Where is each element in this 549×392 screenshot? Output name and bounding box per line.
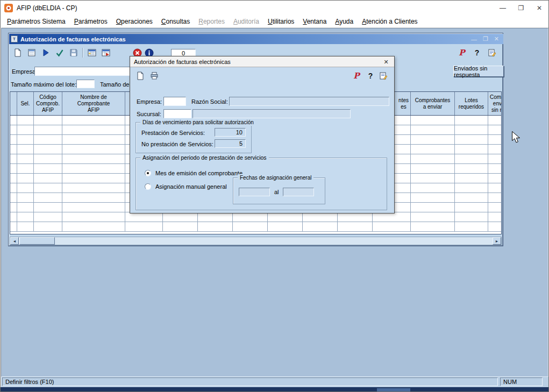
table-cell [125, 212, 163, 222]
no-prestacion-field[interactable]: 5 [215, 139, 246, 148]
grid-column-header[interactable]: CódigoComprob.AFIP [34, 92, 62, 115]
minimize-icon[interactable]: — [494, 1, 512, 16]
child-window-title: Autorización de facturas electrónicas [20, 36, 126, 42]
menu-item-parametros-sistema[interactable]: Parámetros Sistema [3, 16, 70, 27]
tamano-lote-field[interactable] [76, 80, 95, 88]
table-cell [338, 212, 373, 222]
lots-grid-icon[interactable] [86, 47, 98, 59]
vencimiento-group: Días de vencimiento para solicitar autor… [136, 122, 252, 153]
prestacion-field[interactable]: 10 [215, 128, 246, 137]
dialog-empresa-label: Empresa: [137, 98, 162, 105]
table-cell [233, 212, 268, 222]
table-cell [233, 222, 268, 232]
help-icon[interactable]: ? [471, 47, 483, 59]
confirm-check-icon[interactable] [54, 47, 66, 59]
table-cell [62, 203, 125, 212]
num-lock-indicator: NUM [500, 377, 543, 386]
grid-column-header[interactable] [10, 92, 17, 115]
table-cell [10, 164, 17, 174]
window-controls: — ❐ ✕ [494, 1, 548, 16]
table-cell [34, 212, 62, 222]
save-icon[interactable] [68, 47, 80, 59]
scroll-left-icon[interactable]: ◄ [10, 237, 19, 245]
horizontal-scrollbar[interactable]: ◄ ► [10, 237, 502, 245]
table-cell [411, 174, 455, 183]
child-close-icon[interactable]: ✕ [494, 35, 499, 42]
scrollbar-thumb[interactable] [19, 237, 55, 245]
table-cell [411, 125, 455, 135]
scroll-right-icon[interactable]: ► [493, 237, 501, 245]
edit-list-icon[interactable] [486, 47, 498, 59]
menu-item-ventana[interactable]: Ventana [298, 16, 331, 27]
table-cell [268, 222, 303, 232]
radio-mes-label[interactable]: Mes de emisión del comprobante [155, 170, 243, 176]
menu-item-utilitarios[interactable]: Utilitarios [263, 16, 298, 27]
grid-column-header[interactable]: Comprobantesa enviar [411, 92, 455, 115]
maximize-icon[interactable]: ❐ [512, 1, 530, 16]
table-cell [411, 222, 455, 232]
menu-item-consultas[interactable]: Consultas [157, 16, 194, 27]
table-cell [34, 154, 62, 164]
menu-item-parametros[interactable]: Parámetros [70, 16, 112, 27]
empresa-field[interactable] [34, 67, 130, 76]
table-cell [10, 193, 17, 203]
table-cell [455, 154, 488, 164]
radio-manual-label[interactable]: Asignación manual general [155, 183, 227, 190]
table-cell [411, 116, 455, 125]
send-lots-grid-icon[interactable] [100, 47, 112, 59]
table-cell [125, 222, 163, 232]
dialog-script-p-icon[interactable]: P [351, 70, 362, 82]
menu-item-atencion-a-clientes[interactable]: Atención a Clientes [358, 16, 422, 27]
menu-item-ayuda[interactable]: Ayuda [331, 16, 358, 27]
dialog-new-document-icon[interactable] [134, 70, 146, 82]
dialog-edit-list-icon[interactable] [377, 70, 389, 82]
table-cell [411, 164, 455, 174]
radio-selected-icon[interactable] [145, 170, 151, 176]
dialog-empresa-field[interactable] [163, 97, 186, 106]
dialog-help-icon[interactable]: ? [365, 70, 376, 82]
table-cell [17, 174, 34, 183]
table-cell [455, 174, 488, 183]
dialog-title-bar[interactable]: Autorización de facturas electrónicas [130, 56, 394, 67]
table-cell [34, 203, 62, 212]
menu-item-operaciones[interactable]: Operaciones [112, 16, 157, 27]
bottom-strip [1, 387, 549, 392]
send-play-icon[interactable] [40, 47, 52, 59]
table-cell [34, 193, 62, 203]
close-icon[interactable]: ✕ [530, 1, 548, 16]
table-cell [488, 212, 501, 222]
child-minimize-icon[interactable]: — [471, 36, 477, 42]
dialog-close-icon[interactable]: ✕ [378, 56, 394, 67]
table-cell [17, 135, 34, 145]
table-cell [338, 222, 373, 232]
sucursal-field[interactable] [163, 109, 191, 118]
child-title-bar[interactable]: T Autorización de facturas electrónicas … [9, 34, 503, 44]
tamano-del-label: Tamaño del [100, 81, 131, 88]
menu-item-reportes[interactable]: Reportes [194, 16, 229, 27]
menu-bar: Parámetros SistemaParámetrosOperacionesC… [1, 16, 548, 28]
table-cell [17, 125, 34, 135]
script-p-icon[interactable]: P [456, 47, 468, 59]
table-cell [488, 164, 501, 174]
grid-column-header[interactable]: Lotesrequeridos [455, 92, 488, 115]
bottom-strip-segment [377, 388, 410, 392]
enviados-sin-respuesta-button[interactable]: Enviados sin respuesta [453, 66, 504, 77]
grid-column-header[interactable]: Nombre deComprobanteAFIP [62, 92, 125, 115]
radio-unselected-icon[interactable] [145, 183, 151, 190]
table-row[interactable] [10, 212, 501, 222]
table-cell [411, 183, 455, 193]
printer-icon[interactable] [148, 70, 160, 82]
menu-item-auditoria[interactable]: Auditoría [229, 16, 263, 27]
table-row[interactable] [10, 222, 501, 232]
table-cell [455, 193, 488, 203]
table-cell [488, 193, 501, 203]
table-cell [455, 212, 488, 222]
status-bar: Definir filtros (F10) NUM [1, 377, 548, 387]
table-cell [17, 154, 34, 164]
new-document-icon[interactable] [12, 47, 24, 59]
grid-column-header[interactable]: Comprobaenviadosin respu [488, 92, 501, 115]
child-restore-icon[interactable]: ❐ [483, 35, 488, 42]
grid-column-header[interactable]: Sel. [17, 92, 34, 115]
form-properties-icon[interactable] [26, 47, 38, 59]
table-cell [455, 116, 488, 125]
